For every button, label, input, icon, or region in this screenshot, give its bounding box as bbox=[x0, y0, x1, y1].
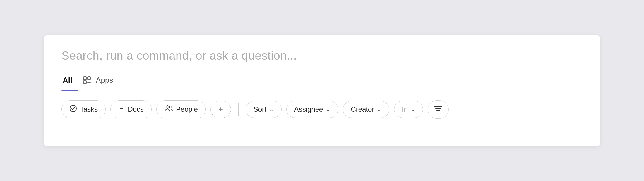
svg-rect-0 bbox=[83, 77, 86, 80]
sort-chevron-icon: ⌄ bbox=[269, 106, 274, 113]
docs-filter-label: Docs bbox=[128, 105, 144, 113]
filters-row: Tasks Docs bbox=[61, 100, 583, 119]
tab-all[interactable]: All bbox=[61, 73, 78, 91]
svg-rect-2 bbox=[88, 77, 90, 80]
sort-filter-button[interactable]: Sort ⌄ bbox=[246, 101, 282, 118]
creator-filter-label: Creator bbox=[351, 105, 374, 113]
people-icon bbox=[164, 105, 173, 114]
apps-icon bbox=[83, 76, 91, 84]
doc-icon bbox=[118, 105, 125, 114]
creator-chevron-icon: ⌄ bbox=[377, 106, 381, 113]
svg-point-11 bbox=[169, 106, 172, 108]
people-filter-button[interactable]: People bbox=[156, 100, 206, 118]
in-chevron-icon: ⌄ bbox=[411, 106, 415, 113]
docs-filter-button[interactable]: Docs bbox=[110, 100, 152, 118]
search-panel: Search, run a command, or ask a question… bbox=[44, 35, 600, 146]
tab-all-label: All bbox=[63, 76, 72, 85]
tab-apps[interactable]: Apps bbox=[82, 73, 119, 91]
tab-apps-label: Apps bbox=[96, 76, 113, 85]
creator-filter-button[interactable]: Creator ⌄ bbox=[343, 101, 389, 118]
assignee-filter-label: Assignee bbox=[294, 105, 323, 113]
assignee-filter-button[interactable]: Assignee ⌄ bbox=[286, 101, 338, 118]
add-filter-label: + bbox=[218, 105, 223, 113]
svg-point-10 bbox=[166, 106, 169, 108]
svg-point-5 bbox=[70, 105, 76, 112]
search-placeholder[interactable]: Search, run a command, or ask a question… bbox=[61, 49, 583, 62]
tabs-row: All Apps bbox=[61, 73, 583, 91]
in-filter-button[interactable]: In ⌄ bbox=[394, 101, 423, 118]
svg-rect-1 bbox=[83, 81, 86, 84]
in-filter-label: In bbox=[402, 105, 408, 113]
assignee-chevron-icon: ⌄ bbox=[326, 106, 330, 113]
people-filter-label: People bbox=[176, 105, 198, 113]
filter-lines-icon bbox=[434, 105, 443, 114]
check-circle-icon bbox=[69, 105, 77, 114]
tasks-filter-label: Tasks bbox=[80, 105, 98, 113]
tasks-filter-button[interactable]: Tasks bbox=[61, 100, 106, 118]
sort-filter-label: Sort bbox=[254, 105, 266, 113]
add-filter-button[interactable]: + bbox=[210, 101, 231, 118]
filter-separator bbox=[238, 103, 239, 116]
extra-filter-button[interactable] bbox=[428, 100, 449, 119]
tab-divider bbox=[61, 91, 583, 91]
